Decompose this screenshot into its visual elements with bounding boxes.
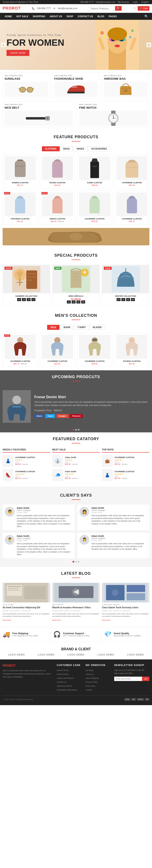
filter-tab-accessories[interactable]: ACCESSORIES (88, 146, 110, 151)
special-card-summer[interactable]: SALE SUMMER COLLECTION 00 35 50 12 (3, 265, 50, 305)
googleplus-button[interactable]: Google+ (56, 414, 69, 418)
feat-item-name: Adam Smith (65, 470, 100, 473)
nav-item-about[interactable]: ABOUT US (47, 13, 64, 20)
product-card[interactable]: CHARMINE CLINTON $49.75 (114, 190, 150, 224)
nav-item-shopping[interactable]: SHOPPING (31, 13, 47, 20)
feat-item-image: 🧢 (52, 469, 63, 481)
newsletter-email-input[interactable] (114, 677, 142, 681)
product-card[interactable]: CHARMINE CLINTON $52.00 (114, 154, 150, 188)
mens-product-card[interactable]: SALE CHARMINE CLINTON $45.75 $60.00 (3, 333, 38, 367)
svg-point-49 (92, 339, 97, 341)
footer-link[interactable]: Privacy Policy (57, 673, 69, 675)
blog-card-1[interactable]: AUTO STORY Sit Amet Consectetur Adipisci… (3, 583, 50, 621)
blog-card-2[interactable]: BLOG ENTRY Blandit at Inceptos Himenaeos… (52, 583, 100, 621)
footer-newsletter-form: GO (114, 677, 149, 681)
feat-item-reviews: (578) (114, 461, 149, 463)
footer-link[interactable]: Privacy Policy (85, 681, 98, 683)
special-card-winter[interactable]: SALE WINTER COLLECTION 02 10 55 08 (102, 265, 149, 305)
category-belt[interactable]: New Collection 2020 NICE BELT (3, 101, 75, 128)
filter-tab-bags[interactable]: BAGS (60, 146, 73, 151)
nav-item-contact[interactable]: CONTACT US (75, 13, 95, 20)
top-bar-register[interactable]: Login (133, 1, 138, 3)
nav-search-icon[interactable]: 🔍 (143, 13, 149, 20)
dot-2[interactable] (75, 429, 77, 431)
filter-tab-shoes[interactable]: SHOES (73, 146, 87, 151)
nav-item-shop[interactable]: SHOP (64, 13, 75, 20)
feat-item[interactable]: 👠 CHARMINE CLINTON ★★★★★ (400) $45.75 $5… (3, 469, 50, 481)
top-bar-login[interactable]: My Account (118, 1, 129, 3)
product-card[interactable]: ROJEN CLINTON $40.50 (40, 154, 75, 188)
category-bag[interactable]: New Collection 2020 AWESOME BAG (102, 72, 149, 99)
feat-item[interactable]: 🧢 Adam Smith ★★★★★ (210) $39.50 $50.00 (52, 469, 100, 481)
category-watch[interactable]: New Collection 2020 FINE WATCH (77, 101, 149, 128)
read-more-link[interactable]: Read More (52, 619, 61, 621)
footer-link[interactable]: Contact (85, 689, 92, 691)
tweet-button[interactable]: Tweet (45, 414, 55, 418)
feat-item[interactable]: 👗 CHARMINE CLINTON ★★★★☆ (756) $48.00 $6… (3, 455, 50, 467)
dot-1[interactable] (73, 429, 74, 431)
footer-link[interactable]: About Shipping (85, 677, 99, 679)
footer-link[interactable]: Search Terms (57, 669, 69, 672)
clients-dot-2[interactable] (75, 561, 77, 563)
category-belt-image (5, 111, 73, 126)
mens-product-card[interactable]: CHARMINE CLINTON $40.50 (40, 333, 75, 367)
client-card: 👨 Adam Smith Senior Designer 25 April, 2… (3, 505, 75, 530)
nav-item-hotsale[interactable]: HOT SALE (14, 13, 31, 20)
footer-link[interactable]: Contact Us (57, 681, 67, 683)
product-card[interactable]: SALE SIMON CLINTON $36.50 $48.00 (40, 190, 75, 224)
product-card[interactable]: SALE PARVEEN CLINTON $44.25 (3, 190, 38, 224)
clients-dot-1[interactable] (73, 561, 74, 563)
clients-dot-3[interactable] (78, 561, 79, 563)
footer-link[interactable]: Newsletter Subscription (57, 689, 77, 691)
newsletter-submit-button[interactable]: GO (142, 677, 149, 681)
category-shoe[interactable]: New Collection 2020 FASHIONABLE SHOE (52, 72, 100, 99)
hero-prev-arrow[interactable]: ‹ (1, 42, 6, 47)
countdown: 02 10 55 08 (104, 298, 147, 301)
footer-link[interactable]: Orders and Returns (57, 677, 74, 679)
mens-tab-tshirt[interactable]: T-SHIRT (74, 325, 89, 330)
share-button[interactable]: Share (34, 414, 44, 418)
mens-product-card[interactable]: RAVENA CLINTON $52.00 (114, 333, 150, 367)
search-input[interactable] (89, 6, 115, 11)
nav-item-pages[interactable]: PAGES (106, 13, 119, 20)
search-bar[interactable]: 🔍 (89, 6, 122, 11)
mens-product-card[interactable]: CHARMINE CLINTON $38.00 (77, 333, 112, 367)
product-card[interactable]: DAME CLINTON $38.00 (77, 154, 112, 188)
product-card[interactable]: CHARMINE CLINTON $58.00 (77, 190, 112, 224)
payment-amex: AMEX (137, 698, 144, 701)
mens-tab-sale[interactable]: SALE (47, 325, 60, 330)
top-bar-language[interactable]: English (141, 1, 149, 3)
top-bar-phone: 999-888-7777 (80, 1, 94, 3)
feat-item[interactable]: 👔 Adam Smith ★★★★☆ (320) $42.00 $55.00 (52, 455, 100, 467)
nav-item-blog[interactable]: BLOG (95, 13, 107, 20)
footer-link[interactable]: Our Blog (85, 669, 93, 672)
phone-icon: 📞 (32, 7, 35, 9)
feat-item[interactable]: 👗 CHARMINE CLINTON ★★★★★ (190) $62.00 $8… (102, 469, 149, 481)
category-belt-name: NICE BELT (5, 106, 73, 109)
wishlist-button[interactable]: ♡ (133, 6, 136, 11)
search-button[interactable]: 🔍 (115, 6, 122, 11)
mens-tab-blazer[interactable]: BLAZER (89, 325, 105, 330)
nav-item-home[interactable]: HOME (3, 13, 14, 20)
mens-tab-jeans[interactable]: JEANS (60, 325, 74, 330)
filter-tab-clothing[interactable]: CLOTHING (42, 146, 60, 151)
footer-link[interactable]: About Us (85, 673, 93, 675)
special-card-new[interactable]: NEW NEW ARRIVALS $1,350.00 01 20 45 30 (52, 265, 100, 305)
pinterest-button[interactable]: Pinterest (70, 414, 83, 418)
cart-button[interactable]: 🛒 Cart (138, 6, 149, 11)
hero-cta-button[interactable]: SHOP NOW (6, 50, 29, 56)
footer-link[interactable]: Advanced Search (57, 685, 72, 687)
hero-next-arrow[interactable]: › (146, 42, 151, 47)
read-more-link[interactable]: Read More (102, 619, 111, 621)
svg-rect-25 (124, 90, 127, 92)
blog-card-3[interactable]: CLAM STORY ENTRY Class Aptent Taciti Soc… (102, 583, 149, 621)
category-sunglass[interactable]: New Collection 2020 SUNGLASS (3, 72, 50, 99)
feat-item[interactable]: 👜 CHARMINE CLINTON ★★★★☆ (578) $55.00 $7… (102, 455, 149, 467)
product-card[interactable]: ROBEN CLINTON $45.75 (3, 154, 38, 188)
read-more-link[interactable]: Read More (3, 619, 11, 621)
dot-3[interactable] (78, 429, 79, 431)
special-info: SUMMER COLLECTION 00 35 50 12 (3, 293, 50, 303)
footer-link[interactable]: How to buy (85, 685, 95, 687)
nav-menu: HOME HOT SALE SHOPPING ABOUT US SHOP CON… (3, 13, 119, 20)
blog-tag: AUTO STORY (3, 604, 50, 606)
